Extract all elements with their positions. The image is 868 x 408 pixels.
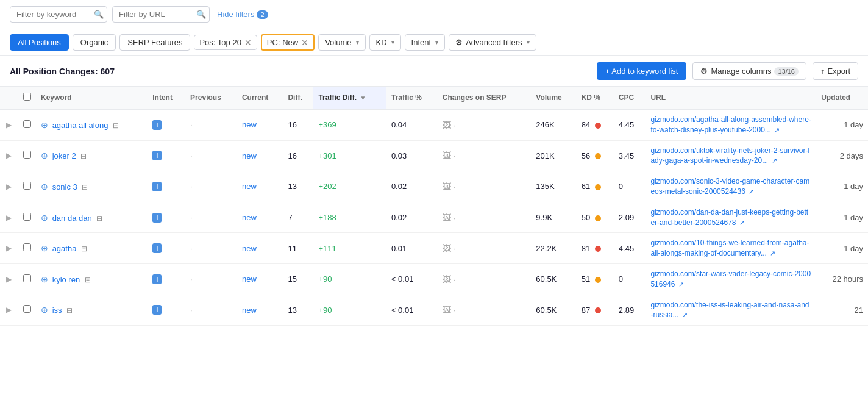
filter-tag-pos-top20: Pos: Top 20 ✕ [194, 35, 257, 50]
row-checkbox-cell [18, 233, 36, 264]
keyword-link[interactable]: agatha [52, 244, 77, 253]
col-previous: Previous [185, 87, 237, 109]
keyword-link[interactable]: iss [52, 306, 62, 315]
traffic-diff-value: +202 [318, 182, 336, 191]
keyword-link[interactable]: joker 2 [52, 151, 76, 160]
row-checkbox[interactable] [23, 120, 31, 128]
row-traffic-pct-cell: 0.02 [386, 171, 438, 202]
url-link[interactable]: gizmodo.com/star-wars-vader-legacy-comic… [650, 270, 811, 288]
row-traffic-diff-cell: +90 [313, 295, 386, 326]
filter-tag-pc-new: PC: New ✕ [261, 34, 315, 51]
row-current-cell: new [237, 295, 283, 326]
row-checkbox-cell [18, 202, 36, 233]
col-traffic-diff[interactable]: Traffic Diff. ▼ [313, 87, 386, 109]
select-all-checkbox[interactable] [23, 93, 31, 101]
cpc-value: 2.09 [619, 213, 634, 222]
row-current-cell: new [237, 109, 283, 140]
kw-icons: ⊕ [41, 243, 48, 253]
diff-value: 13 [288, 306, 296, 315]
keyword-search-icon[interactable]: 🔍 [94, 10, 104, 19]
kd-dropdown[interactable]: KD ▾ [369, 34, 401, 51]
row-expand-btn[interactable]: ▶ [5, 150, 13, 161]
url-filter-input[interactable] [112, 6, 210, 23]
top-bar: 🔍 🔍 Hide filters 2 [0, 0, 868, 29]
url-filter-wrap: 🔍 [112, 6, 210, 23]
manage-columns-button[interactable]: ⚙ Manage columns 13/16 [692, 62, 806, 80]
add-keyword-icon: ⊕ [41, 151, 48, 160]
row-checkbox[interactable] [23, 151, 31, 159]
traffic-pct-value: 0.03 [391, 151, 407, 160]
intent-label: Intent [411, 38, 432, 47]
row-intent-cell: I [148, 233, 185, 264]
url-link[interactable]: gizmodo.com/dan-da-dan-just-keeps-gettin… [650, 208, 808, 227]
tab-organic[interactable]: Organic [73, 34, 116, 51]
row-url-cell: gizmodo.com/dan-da-dan-just-keeps-gettin… [646, 202, 816, 233]
folder-icon: ⊟ [96, 214, 102, 223]
row-expand-btn[interactable]: ▶ [5, 274, 13, 285]
traffic-pct-value: < 0.01 [391, 306, 414, 315]
row-traffic-diff-cell: +90 [313, 263, 386, 295]
row-current-cell: new [237, 202, 283, 233]
row-updated-cell: 21 [816, 295, 868, 326]
url-link[interactable]: gizmodo.com/tiktok-virality-nets-joker-2… [650, 146, 809, 165]
traffic-diff-sort-icon: ▼ [360, 95, 366, 101]
keyword-link[interactable]: kylo ren [52, 275, 80, 284]
row-expand-btn[interactable]: ▶ [5, 181, 13, 192]
keyword-link[interactable]: dan da dan [52, 213, 92, 223]
keyword-filter-input[interactable] [10, 6, 107, 23]
kd-dot [595, 184, 601, 190]
row-updated-cell: 1 day [816, 109, 868, 140]
keyword-link[interactable]: agatha all along [52, 121, 108, 130]
table-row: ▶ ⊕ iss ⊟ I · new 13 +90 < 0.01 [0, 295, 868, 326]
row-checkbox[interactable] [23, 243, 31, 251]
previous-value: · [190, 244, 193, 253]
kd-value: 61 [582, 182, 590, 191]
row-current-cell: new [237, 140, 283, 171]
row-changes-serp-cell: 🖼 · [438, 263, 531, 295]
url-link[interactable]: gizmodo.com/the-iss-is-leaking-air-and-n… [650, 301, 809, 320]
tab-serp-features[interactable]: SERP Features [119, 34, 190, 51]
url-link[interactable]: gizmodo.com/agatha-all-along-assembled-w… [650, 115, 811, 134]
row-checkbox-cell [18, 140, 36, 171]
hide-filters-button[interactable]: Hide filters 2 [217, 10, 268, 19]
updated-value: 1 day [844, 213, 863, 222]
row-expand-btn[interactable]: ▶ [5, 212, 13, 223]
row-previous-cell: · [185, 233, 237, 264]
row-updated-cell: 2 days [816, 140, 868, 171]
folder-icon: ⊟ [66, 306, 73, 315]
row-traffic-pct-cell: 0.01 [386, 233, 438, 264]
row-updated-cell: 22 hours [816, 263, 868, 295]
keyword-link[interactable]: sonic 3 [52, 182, 77, 191]
intent-dropdown[interactable]: Intent ▾ [405, 34, 446, 51]
tab-all-positions[interactable]: All Positions [10, 34, 69, 51]
row-checkbox[interactable] [23, 274, 31, 282]
row-expand-btn[interactable]: ▶ [5, 243, 13, 254]
url-link[interactable]: gizmodo.com/sonic-3-video-game-character… [650, 177, 809, 196]
row-checkbox[interactable] [23, 213, 31, 221]
intent-badge: I [152, 182, 162, 191]
table-title: All Position Changes: 607 [10, 66, 115, 76]
filter-tag-pos-top20-close[interactable]: ✕ [244, 38, 252, 47]
row-expand-btn[interactable]: ▶ [5, 304, 13, 315]
row-checkbox[interactable] [23, 305, 31, 313]
row-checkbox[interactable] [23, 182, 31, 190]
col-url: URL [646, 87, 816, 109]
row-expand-btn[interactable]: ▶ [5, 120, 13, 131]
row-keyword-cell: ⊕ agatha ⊟ [36, 233, 148, 264]
volume-dropdown[interactable]: Volume ▾ [318, 34, 365, 51]
previous-value: · [190, 182, 193, 191]
export-button[interactable]: ↑ Export [813, 62, 858, 80]
serp-image-icon: 🖼 [443, 243, 451, 253]
filter-tag-pc-new-close[interactable]: ✕ [301, 38, 308, 47]
kw-icons: ⊕ [41, 305, 48, 315]
url-link[interactable]: gizmodo.com/10-things-we-learned-from-ag… [650, 238, 809, 257]
diff-value: 7 [288, 213, 292, 222]
diff-value: 13 [288, 182, 296, 191]
url-search-icon[interactable]: 🔍 [196, 10, 206, 19]
add-to-keyword-list-button[interactable]: + Add to keyword list [597, 62, 687, 80]
col-changes-serp: Changes on SERP [438, 87, 531, 109]
row-cpc-cell: 4.45 [614, 233, 646, 264]
col-diff: Diff. [283, 87, 313, 109]
advanced-filters-button[interactable]: ⚙ Advanced filters ▾ [449, 34, 536, 51]
external-link-icon: ↗ [749, 188, 754, 195]
